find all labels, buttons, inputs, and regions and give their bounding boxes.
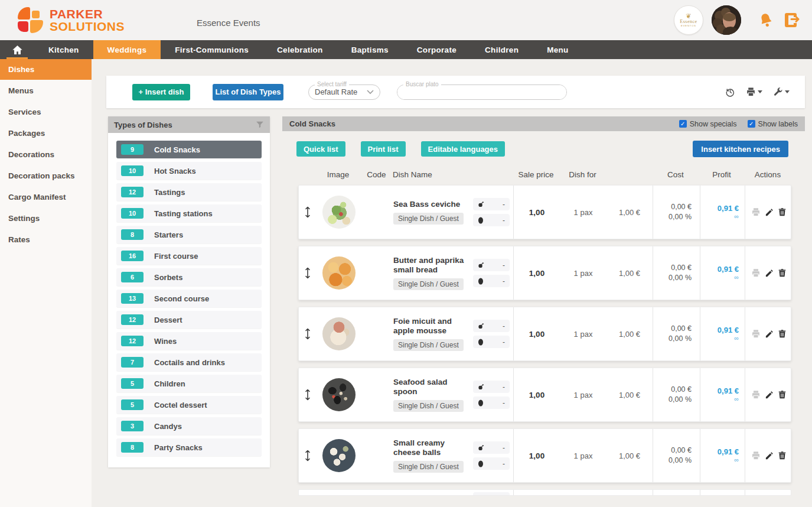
dish-type-item[interactable]: 5 Children [116,375,262,392]
dish-photo[interactable] [322,317,356,350]
row-edit-pencil-icon[interactable] [765,451,774,460]
dish-type-item[interactable]: 10 Tasting stations [116,204,262,222]
dish-type-item[interactable]: 10 Hot Snacks [116,162,262,180]
row-print-icon[interactable] [751,390,761,399]
user-avatar[interactable] [712,5,741,35]
dish-code-cell [361,246,393,300]
sidebar-item[interactable]: Cargo Manifest [0,186,92,207]
show-labels-checkbox[interactable]: ✓ Show labels [748,120,798,128]
checkbox-icon: ✓ [748,120,755,128]
dish-type-item[interactable]: 5 Coctel dessert [116,396,262,414]
dish-photo[interactable] [322,439,356,472]
home-tab[interactable] [0,40,34,59]
company-badge[interactable]: ❦ Essence EVENTOS [674,5,703,35]
dish-type-item[interactable]: 12 Dessert [116,311,262,329]
row-edit-pencil-icon[interactable] [765,269,774,278]
dish-photo[interactable] [322,378,356,411]
dish-type-item[interactable]: 7 Coctails and drinks [116,353,262,371]
history-icon[interactable] [725,87,735,97]
nav-tab[interactable]: Celebration [263,40,337,59]
dish-type-item[interactable]: 16 First course [116,247,262,265]
dish-photo[interactable] [322,490,356,496]
dish-type-item[interactable]: 13 Second course [116,290,262,307]
profit-cell: 0,91 € ∞ [700,307,745,360]
dishes-panel: Cold Snacks ✓ Show specials ✓ Show label… [282,116,805,507]
filter-funnel-icon[interactable] [256,121,264,129]
drag-handle[interactable] [299,368,317,421]
row-delete-trash-icon[interactable] [778,390,787,399]
print-list-button[interactable]: Print list [361,141,406,157]
profit-value: 0,91 € [718,265,739,274]
sidebar: Dishes Menus Services Packages Decoratio… [0,59,92,507]
dish-code-cell [361,429,393,482]
tariff-select[interactable]: Select tariff Default Rate [308,84,380,100]
row-print-icon[interactable] [751,268,761,278]
sale-price-value: 1,00 [513,429,560,482]
parker-solutions-logo[interactable]: PARKER SOLUTIONS [18,7,125,33]
dish-type-count-badge: 3 [121,421,144,431]
dish-type-item[interactable]: 8 Starters [116,226,262,243]
col-header-cost: Cost [652,170,699,179]
nav-tab[interactable]: Weddings [93,40,161,59]
nav-tab[interactable]: Menu [533,40,582,59]
notifications-bell-icon[interactable] [754,8,778,32]
row-print-icon[interactable] [751,451,761,460]
sidebar-item[interactable]: Packages [0,122,92,144]
row-edit-pencil-icon[interactable] [765,330,774,339]
sidebar-item[interactable]: Menus [0,80,92,101]
row-print-icon[interactable] [751,207,761,217]
drag-handle[interactable] [299,246,317,300]
editable-languages-button[interactable]: Editable languages [421,141,505,157]
drag-handle[interactable] [299,490,317,496]
stat-top-icon [478,444,484,451]
nav-tab[interactable]: Baptisms [337,40,403,59]
row-delete-trash-icon[interactable] [778,268,787,278]
sidebar-item[interactable]: Dishes [0,59,92,80]
dish-type-item[interactable]: 12 Wines [116,332,262,350]
logo-line-2: SOLUTIONS [50,20,125,32]
badge-ornament-icon: ❦ [686,14,691,19]
tools-wrench-icon[interactable] [773,87,790,97]
stat-top-value: - [503,383,505,391]
cost-pct-value: 0,00 % [668,273,692,283]
row-delete-trash-icon[interactable] [778,329,787,339]
dish-photo[interactable] [322,256,356,290]
sidebar-item[interactable]: Rates [0,229,92,250]
nav-tab[interactable]: Children [471,40,533,59]
dish-photo[interactable] [322,196,356,229]
list-of-dish-types-button[interactable]: List of Dish Types [213,84,283,100]
nav-tab[interactable]: Kitchen [34,40,93,59]
dish-type-item[interactable]: 3 Candys [116,417,262,435]
dish-for-value: 1 pax [560,307,606,360]
sidebar-item[interactable]: Services [0,101,92,122]
dish-type-label: Dessert [154,316,182,324]
drag-handle[interactable] [299,429,317,482]
row-edit-pencil-icon[interactable] [765,208,774,217]
cost-pct-value: 0,00 % [668,334,692,344]
row-print-icon[interactable] [751,329,761,339]
dish-type-item[interactable]: 6 Sorbets [116,268,262,286]
dish-name: Small creamy cheese balls [393,438,469,457]
nav-tab[interactable]: First-Communions [161,40,263,59]
cost-cell: 0,00 € 0,00 % [653,368,700,421]
sidebar-item[interactable]: Decoration packs [0,165,92,186]
row-delete-trash-icon[interactable] [778,451,787,460]
dish-type-item[interactable]: 12 Tastings [116,183,262,201]
insert-dish-button[interactable]: + Insert dish [132,84,190,100]
row-edit-pencil-icon[interactable] [765,391,774,399]
quick-list-button[interactable]: Quick list [296,141,345,157]
sidebar-item[interactable]: Settings [0,207,92,229]
nav-tab[interactable]: Corporate [403,40,471,59]
show-specials-checkbox[interactable]: ✓ Show specials [679,120,737,128]
insert-kitchen-recipes-button[interactable]: Insert kitchen recipes [693,141,788,157]
dish-type-item[interactable]: 9 Cold Snacks [116,141,262,158]
logout-icon[interactable] [781,8,805,32]
cost-pct-value: 0,00 % [668,395,692,405]
drag-handle[interactable] [299,186,317,239]
dish-type-item[interactable]: 8 Party Snacks [116,438,262,456]
cost-cell [653,490,700,496]
drag-handle[interactable] [299,307,317,360]
row-delete-trash-icon[interactable] [778,207,787,217]
sidebar-item[interactable]: Decorations [0,144,92,165]
print-menu-icon[interactable] [746,87,762,97]
